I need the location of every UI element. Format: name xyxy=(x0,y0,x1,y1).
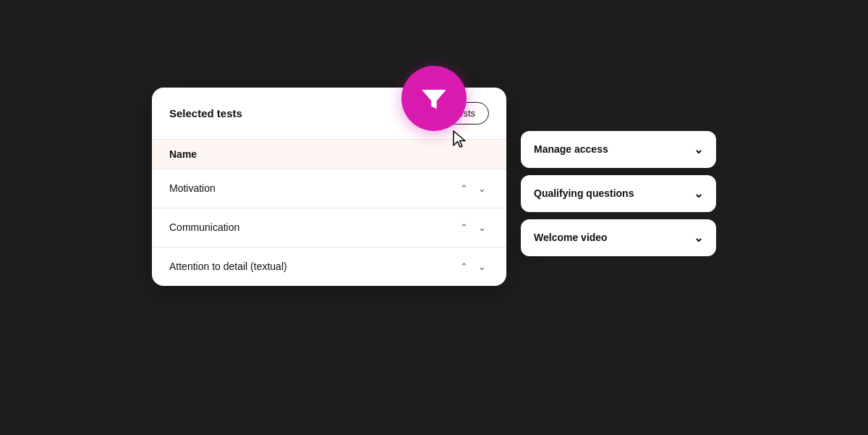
chevron-down-icon: ⌄ xyxy=(694,187,703,200)
table-row: Attention to detail (textual) ⌃ ⌄ xyxy=(152,248,506,286)
qualifying-questions-item[interactable]: Qualifying questions ⌄ xyxy=(521,175,716,212)
manage-access-item[interactable]: Manage access ⌄ xyxy=(521,131,716,168)
funnel-icon xyxy=(419,83,449,114)
dropdown-panel: Manage access ⌄ Qualifying questions ⌄ W… xyxy=(521,131,716,256)
chevron-down-icon: ⌄ xyxy=(694,143,703,156)
test-name-communication: Communication xyxy=(169,221,239,233)
card-title: Selected tests xyxy=(169,107,242,119)
table-row: Communication ⌃ ⌄ xyxy=(152,208,506,248)
chevron-down-motivation[interactable]: ⌄ xyxy=(475,182,489,195)
row-controls-communication: ⌃ ⌄ xyxy=(457,221,489,234)
row-controls-attention: ⌃ ⌄ xyxy=(457,261,489,273)
filter-button[interactable] xyxy=(401,66,467,131)
row-controls-motivation: ⌃ ⌄ xyxy=(457,182,489,195)
test-name-motivation: Motivation xyxy=(169,182,216,194)
chevron-up-motivation[interactable]: ⌃ xyxy=(457,182,471,195)
test-name-attention: Attention to detail (textual) xyxy=(169,261,287,272)
chevron-up-communication[interactable]: ⌃ xyxy=(457,221,471,234)
cursor-pointer xyxy=(452,130,469,151)
table-row: Motivation ⌃ ⌄ xyxy=(152,169,506,208)
chevron-down-communication[interactable]: ⌄ xyxy=(475,221,489,234)
qualifying-questions-label: Qualifying questions xyxy=(534,187,634,199)
chevron-up-attention[interactable]: ⌃ xyxy=(457,261,471,273)
welcome-video-item[interactable]: Welcome video ⌄ xyxy=(521,219,716,256)
manage-access-label: Manage access xyxy=(534,143,608,155)
welcome-video-label: Welcome video xyxy=(534,232,608,243)
chevron-down-attention[interactable]: ⌄ xyxy=(475,261,489,273)
chevron-down-icon: ⌄ xyxy=(694,231,703,245)
